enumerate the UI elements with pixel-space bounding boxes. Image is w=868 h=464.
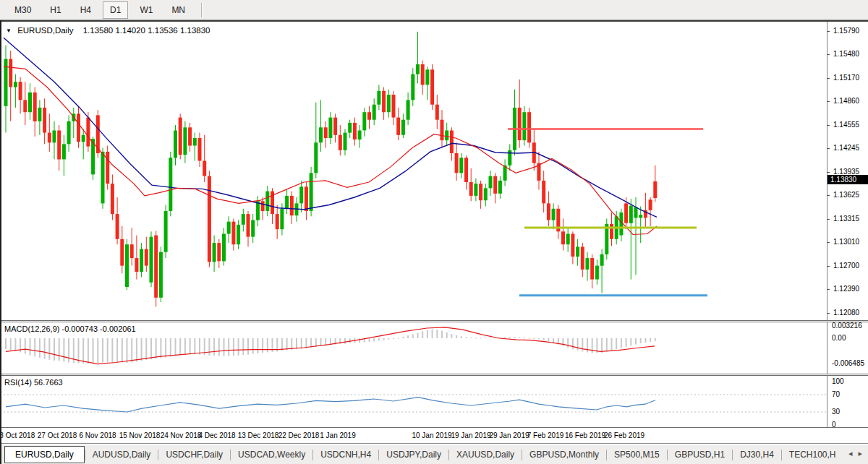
date-axis-label: 10 Jan 2019 [412, 431, 451, 439]
price-tick [827, 313, 830, 314]
date-axis-label: 27 Oct 2018 [38, 431, 77, 439]
price-tick [827, 31, 830, 32]
toolbar-separator [201, 3, 203, 17]
chart-tab-usdcnh[interactable]: USDCNH,H4 [313, 447, 378, 463]
chart-tab-bar: EURUSD,DailyAUDUSD,DailyUSDCHF,DailyUSDC… [0, 444, 868, 464]
chart-tab-gbpusd[interactable]: GBPUSD,H1 [668, 447, 732, 463]
tab-scroll-right-icon[interactable]: ▸ [858, 449, 862, 458]
date-axis-label: 16 Feb 2019 [565, 431, 605, 439]
price-axis-label: 1.13315 [833, 215, 859, 223]
price-axis-label: 1.12700 [833, 262, 859, 270]
macd-axis-label: -0.006485 [832, 359, 864, 367]
chart-tab-eurusd[interactable]: EURUSD,Daily [4, 446, 85, 463]
candles-layer [4, 32, 658, 307]
price-tick [827, 148, 830, 149]
chart-tab-usdcad[interactable]: USDCAD,Weekly [231, 447, 312, 463]
macd-histogram [5, 330, 656, 364]
rsi-axis-label: 0 [832, 421, 836, 429]
date-axis-label: 18 Oct 2018 [0, 431, 35, 439]
date-axis-label: 6 Nov 2018 [79, 431, 116, 439]
date-axis-label: 19 Jan 2019 [451, 431, 490, 439]
panel-splitter[interactable] [0, 320, 868, 322]
chart-tab-tech100[interactable]: TECH100,H [782, 447, 843, 463]
date-axis-label: 1 Jan 2019 [320, 431, 356, 439]
rsi-label: RSI(14) 56.7663 [4, 378, 63, 387]
date-axis-label: 15 Nov 2018 [119, 431, 161, 439]
tab-scroll-left-icon[interactable]: ◂ [848, 449, 853, 458]
chart-menu-triangle-icon: ▼ [6, 27, 12, 34]
price-tick [827, 289, 830, 290]
timeframe-button-h1[interactable]: H1 [43, 1, 68, 19]
chart-tab-gbpusd[interactable]: GBPUSD,Monthly [522, 447, 606, 463]
chart-tab-xauusd[interactable]: XAUUSD,Daily [449, 447, 522, 463]
rsi-line [6, 398, 655, 412]
price-tick [827, 195, 830, 196]
price-axis-label: 1.14555 [833, 121, 859, 129]
main-price-chart[interactable] [0, 22, 827, 320]
timeframe-button-h4[interactable]: H4 [73, 1, 98, 19]
chart-tab-audusd[interactable]: AUDUSD,Daily [85, 447, 158, 463]
date-axis-label: 13 Dec 2018 [238, 431, 279, 439]
price-tick [827, 172, 830, 173]
rsi-axis-label: 100 [832, 377, 844, 385]
panel-border [0, 443, 868, 444]
price-axis-label: 1.15480 [833, 50, 859, 58]
date-axis-label: 22 Dec 2018 [278, 431, 320, 439]
mt4-window: M30H1H4D1W1MN ▼ EURUSD,Daily 1.13580 1.1… [0, 0, 868, 464]
price-tick [827, 101, 830, 102]
panel-border [0, 427, 868, 428]
macd-label: MACD(12,26,9) -0.000743 -0.002061 [4, 325, 136, 333]
chart-tab-usdchf[interactable]: USDCHF,Daily [158, 447, 230, 463]
chart-symbol: EURUSD,Daily [17, 26, 73, 35]
window-border-left [0, 20, 1, 464]
current-price-tag: 1.13830 [827, 175, 868, 184]
date-axis-label: 4 Dec 2018 [198, 431, 235, 439]
price-tick [827, 266, 830, 267]
price-axis-label: 1.15790 [833, 27, 859, 35]
date-axis-label: 24 Nov 2018 [161, 431, 202, 439]
rsi-axis-label: 70 [832, 390, 840, 398]
chart-title: ▼ EURUSD,Daily 1.13580 1.14020 1.13536 1… [6, 26, 210, 35]
price-tick [827, 242, 830, 243]
timeframe-button-mn[interactable]: MN [164, 1, 192, 19]
timeframe-button-d1[interactable]: D1 [103, 1, 128, 19]
price-axis-label: 1.15170 [833, 74, 859, 82]
chart-tab-dj30[interactable]: DJ30,H4 [733, 447, 781, 463]
price-tick [827, 125, 830, 126]
price-axis-border [827, 22, 827, 427]
timeframe-toolbar: M30H1H4D1W1MN [0, 0, 868, 20]
macd-axis-label: 0.00 [832, 334, 846, 342]
price-axis-label: 1.14860 [833, 97, 859, 105]
price-tick [827, 78, 830, 79]
chart-tab-usdjpy[interactable]: USDJPY,Daily [379, 447, 448, 463]
price-tick [827, 54, 830, 55]
date-axis-label: 26 Feb 2019 [604, 431, 644, 439]
timeframe-button-m30[interactable]: M30 [7, 1, 38, 19]
date-axis-label: 29 Jan 2019 [489, 431, 529, 439]
date-axis-label: 7 Feb 2019 [527, 431, 564, 439]
rsi-axis-label: 30 [832, 408, 840, 416]
price-axis-label: 1.14245 [833, 144, 859, 152]
price-axis-label: 1.12080 [833, 309, 859, 317]
chart-ohlc: 1.13580 1.14020 1.13536 1.13830 [83, 26, 210, 35]
price-axis-label: 1.13010 [833, 238, 859, 246]
timeframe-button-w1[interactable]: W1 [132, 1, 160, 19]
rsi-indicator-panel[interactable] [0, 376, 827, 427]
panel-splitter[interactable] [0, 374, 868, 376]
price-axis-label: 1.12390 [833, 285, 859, 293]
chart-tab-sp500[interactable]: SP500,M15 [607, 447, 667, 463]
tab-scroll-arrows: ◂ ▸ [844, 446, 867, 461]
price-tick [827, 219, 830, 220]
price-axis-label: 1.13625 [833, 191, 859, 199]
macd-axis-label: 0.003216 [832, 322, 862, 330]
